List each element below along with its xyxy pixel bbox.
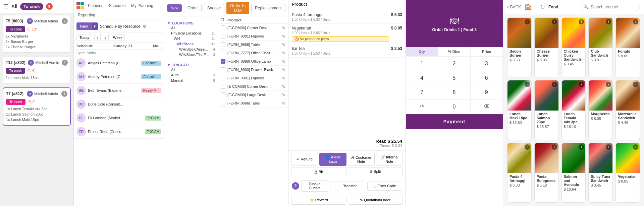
week-select[interactable]: Week (111, 34, 125, 41)
inv-item-furn8888[interactable]: ✓ [FURN_8888] Office Lamp W (218, 57, 288, 66)
gear-icon[interactable]: ⚙ (143, 24, 147, 29)
product-card-spicy-tuna-sandwich[interactable]: i Spicy Tuna Sandwich $ 3.45 (588, 143, 613, 203)
status-btn-t7[interactable]: To cook (6, 99, 25, 105)
product-card-bacon-burger[interactable]: i Bacon Burger $ 8.63 (507, 17, 532, 77)
enter-code-button[interactable]: ⊞ Enter Code (367, 182, 402, 191)
pos-order-button[interactable]: Order (184, 4, 202, 12)
menu-icon[interactable]: ☰ (3, 3, 9, 10)
all-label[interactable]: All (11, 4, 17, 9)
nav-planning[interactable]: Planning (87, 3, 105, 9)
numpad-6[interactable]: 6 (471, 71, 503, 85)
new-dropdown-arrow[interactable]: ▾ (91, 22, 98, 30)
location-wh-stock-asse[interactable]: WH/Stock/Asse...4 (167, 47, 215, 52)
next-week-button[interactable]: › (103, 34, 109, 41)
inv-checkbox[interactable] (221, 25, 225, 30)
transfer-button[interactable]: → Transfer (330, 182, 365, 190)
product-card-pasta-bolognese[interactable]: i Pasta Bolognese $ 5.18 (534, 143, 559, 203)
inv-item-furn9001[interactable]: [FURN_9001] Flipover W (218, 32, 288, 41)
inv-item-furn9666b[interactable]: [FURN_9666] Table W (218, 99, 288, 108)
product-card-lunch-salmon-20pc[interactable]: i Lunch Salmon 20pc $ 15.87 (534, 80, 559, 140)
numpad-8[interactable]: 8 (438, 85, 470, 100)
info-icon[interactable]: i (525, 82, 530, 87)
location-physical[interactable]: Physical Locations11 (167, 30, 215, 36)
product-card-lunch-temaki-mix-3pc[interactable]: i Lunch Temaki mix 3pc $ 16.10 (561, 80, 586, 140)
inv-item-ecom06b[interactable]: [E-COM06] Corner Desk ... W (218, 82, 288, 91)
product-card-chicken-curry-sandwich[interactable]: i Chicken Curry Sandwich $ 3.45 (561, 17, 586, 77)
numpad-9[interactable]: 9 (471, 85, 503, 100)
new-button[interactable]: New (76, 22, 91, 30)
info-icon[interactable]: i (552, 19, 557, 24)
inv-item-ecom09[interactable]: [E-COM09] Large Desk W (218, 91, 288, 99)
inv-item-furn8900[interactable]: [FURN_8900] Drawer Black W (218, 66, 288, 74)
trigger-all[interactable]: All (167, 67, 215, 72)
info-icon[interactable]: i (552, 82, 557, 87)
quotation-order-button[interactable]: ✎ Quotation/Order (348, 196, 403, 205)
inv-checkbox[interactable] (221, 92, 225, 97)
home-breadcrumb[interactable]: 🏠 (524, 3, 532, 11)
inv-checkbox-checked[interactable]: ✓ (221, 59, 225, 64)
numpad-4[interactable]: 4 (406, 71, 438, 85)
alexa-laza-button[interactable]: 👤 Alexa Laza (319, 153, 346, 166)
product-card-pasta-4-formaggi[interactable]: i Pasta 4 formaggi $ 6.33 (507, 143, 532, 203)
numpad-1[interactable]: 1 (406, 57, 438, 71)
refund-button[interactable]: ↩ Refund (291, 153, 318, 166)
info-icon[interactable]: i (633, 19, 638, 24)
breadcrumb-category[interactable]: Food (548, 5, 558, 9)
pos-order-max-button[interactable]: Order To Max (226, 2, 249, 14)
today-button[interactable]: Today (76, 34, 92, 41)
info-icon[interactable]: i (552, 144, 557, 150)
numpad-0[interactable]: 0 (438, 100, 470, 114)
inv-checkbox[interactable] (221, 101, 225, 106)
info-icon[interactable]: i (633, 82, 638, 87)
nav-schedule[interactable]: Schedule (108, 3, 127, 9)
location-wh-stock[interactable]: WH/Stock11 (167, 41, 215, 47)
price-header[interactable]: Price (471, 47, 503, 56)
nav-reporting[interactable]: Reporting (76, 12, 97, 18)
internal-note-button[interactable]: 📝 Internal Note (376, 153, 403, 166)
location-wh-stock-flat[interactable]: WH/Stock/Flat P...3 (167, 52, 215, 57)
payment-button[interactable]: Payment (406, 114, 503, 129)
split-button[interactable]: ⊕ Split (348, 167, 403, 176)
pos-new-button[interactable]: New (167, 4, 182, 12)
numpad-5[interactable]: 5 (438, 71, 470, 85)
tocook-tab[interactable]: To cook (20, 3, 43, 10)
product-card-margherita[interactable]: i Margherita $ 8.05 (588, 80, 613, 140)
info-icon[interactable]: i (633, 144, 638, 150)
back-button[interactable]: ‹ BACK (507, 4, 521, 10)
search-input[interactable] (591, 5, 631, 9)
inv-item-furn7777[interactable]: [FURN_7777] Office Chair W (218, 49, 288, 57)
qty-header[interactable]: Qty (406, 47, 438, 56)
numpad-7[interactable]: 7 (406, 85, 438, 100)
inv-checkbox[interactable] (221, 51, 225, 55)
numpad-plusminus[interactable]: +/- (406, 100, 438, 114)
inv-checkbox[interactable] (221, 84, 225, 89)
trigger-auto[interactable]: Auto3 (167, 72, 215, 78)
inv-checkbox[interactable] (221, 67, 225, 72)
product-card-lunch-maki-18pc[interactable]: i Lunch Maki 18pc $ 13.80 (507, 80, 532, 140)
inv-checkbox[interactable] (221, 42, 225, 47)
product-card-mozzarella-sandwich[interactable]: i Mozzarella Sandwich $ 4.49 (615, 80, 640, 140)
product-card-funghi[interactable]: i Funghi $ 8.05 (615, 17, 640, 77)
inv-checkbox[interactable] (221, 34, 225, 39)
header-checkbox[interactable]: ☐ (221, 18, 225, 22)
inv-item-ecom06[interactable]: [E-COM06] Corner Desk ... W (218, 24, 288, 32)
nav-my-planning[interactable]: My Planning (130, 3, 155, 9)
inv-checkbox[interactable] (221, 76, 225, 80)
inv-item-furn9001b[interactable]: [FURN_9001] Flipover W (218, 74, 288, 82)
pos-replenishment-button[interactable]: Replenishment (251, 4, 285, 12)
customer-note-button[interactable]: 🖨 Customer Note (348, 153, 375, 166)
product-card-cheese-burger[interactable]: i Cheese Burger $ 8.05 (534, 17, 559, 77)
inv-item-furn9666[interactable]: [FURN_9666] Table W (218, 41, 288, 49)
product-card-club-sandwich[interactable]: i Club Sandwich $ 3.91 (588, 17, 613, 77)
dine-in-guests-button[interactable]: Dine-in Guests (301, 180, 328, 192)
reward-button[interactable]: ⭐ Reward (291, 196, 346, 205)
location-wh[interactable]: WH11 (167, 36, 215, 41)
product-card-salmon-and-avocado[interactable]: i Salmon and Avocado $ 10.64 (561, 143, 586, 203)
location-all[interactable]: All (167, 25, 215, 30)
numpad-2[interactable]: 2 (438, 57, 470, 71)
info-icon[interactable]: i (525, 19, 530, 24)
bill-button[interactable]: 🖨 Bill (291, 167, 346, 176)
numpad-3[interactable]: 3 (471, 57, 503, 71)
trigger-manual[interactable]: Manual8 (167, 78, 215, 83)
disc-header[interactable]: % Disc (438, 47, 470, 56)
